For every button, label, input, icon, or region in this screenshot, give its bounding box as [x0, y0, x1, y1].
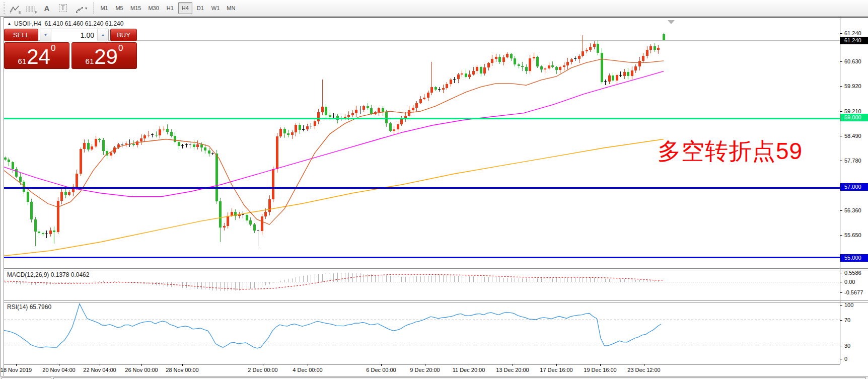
rsi-label: RSI(14) 65.7960 — [7, 304, 51, 311]
price-tag-label: 59.000 — [840, 114, 868, 121]
date-tick-label: 18 Nov 2019 — [1, 367, 32, 373]
date-tick-label: 9 Dec 20:00 — [410, 367, 440, 373]
date-tick-label: 2 Dec 00:00 — [248, 367, 277, 373]
price-tick-label: 58.490 — [844, 132, 867, 140]
price-tag-label: 61.240 — [840, 37, 868, 44]
buy-button[interactable]: BUY — [110, 29, 137, 41]
sell-price-box[interactable]: 61 24 0 — [4, 42, 69, 69]
one-click-trade-panel: SELL ▼ ▲ BUY 61 24 0 61 29 0 — [4, 29, 137, 69]
date-tick-label: 23 Dec 12:00 — [627, 367, 660, 373]
rsi-scale-label: 0 — [844, 355, 867, 363]
sell-price-pips: 24 — [27, 47, 50, 66]
trading-platform-window: { "toolbar": { "icons": [ {"name": "indi… — [0, 0, 868, 379]
macd-scale-label: -0.5677 — [844, 289, 867, 296]
sell-price-point: 0 — [51, 44, 55, 52]
buy-price-pips: 29 — [94, 47, 118, 66]
date-tick-label: 11 Dec 20:00 — [453, 367, 485, 373]
date-tick-label: 22 Nov 04:00 — [83, 367, 116, 373]
macd-scale-label: 0.5586 — [844, 269, 867, 277]
volume-decrease-button[interactable]: ▼ — [40, 29, 51, 41]
date-tick-label: 19 Dec 16:00 — [584, 367, 616, 373]
buy-price-point: 0 — [118, 44, 123, 52]
macd-label: MACD(12,26,9) 0.1378 0.0462 — [7, 271, 89, 278]
date-tick-label: 17 Dec 16:00 — [540, 367, 572, 373]
sell-button[interactable]: SELL — [4, 29, 38, 41]
rsi-scale-label: 100 — [844, 301, 867, 309]
date-tick-label: 26 Nov 00:00 — [125, 367, 158, 373]
sell-price-whole: 61 — [18, 57, 27, 65]
volume-stepper: ▼ ▲ — [40, 29, 109, 41]
volume-increase-button[interactable]: ▲ — [97, 29, 108, 41]
price-tick-label: 61.240 — [844, 30, 867, 37]
date-tick-label: 4 Dec 00:00 — [293, 367, 322, 373]
macd-scale-label: 0.00 — [844, 278, 867, 286]
chart-title: ▲USOil-,H4 61.410 61.460 61.240 61.240 — [7, 20, 123, 27]
date-tick-label: 13 Dec 20:00 — [496, 367, 529, 373]
price-tick-label: 55.650 — [844, 232, 867, 239]
price-tick-label: 60.630 — [844, 58, 867, 65]
rsi-scale-label: 70 — [844, 317, 867, 324]
rsi-scale-label: 30 — [844, 342, 867, 350]
chart-annotation-text: 多空转折点59 — [658, 136, 803, 167]
price-tick-label: 56.360 — [844, 207, 867, 214]
price-tick-label: 57.780 — [844, 157, 867, 165]
price-tag-label: 57.000 — [840, 183, 868, 191]
volume-input[interactable] — [51, 29, 97, 41]
buy-price-box[interactable]: 61 29 0 — [71, 42, 137, 69]
date-tick-label: 6 Dec 00:00 — [366, 367, 396, 373]
symbol-arrow-icon: ▲ — [7, 21, 12, 26]
buy-price-whole: 61 — [86, 57, 94, 65]
bottom-tab-strip — [0, 376, 868, 379]
price-tag-label: 55.000 — [840, 254, 868, 262]
date-tick-label: 28 Nov 00:00 — [166, 367, 198, 373]
price-tick-label: 59.920 — [844, 83, 867, 90]
date-tick-label: 20 Nov 04:00 — [42, 367, 75, 373]
window-left-border — [0, 17, 4, 379]
